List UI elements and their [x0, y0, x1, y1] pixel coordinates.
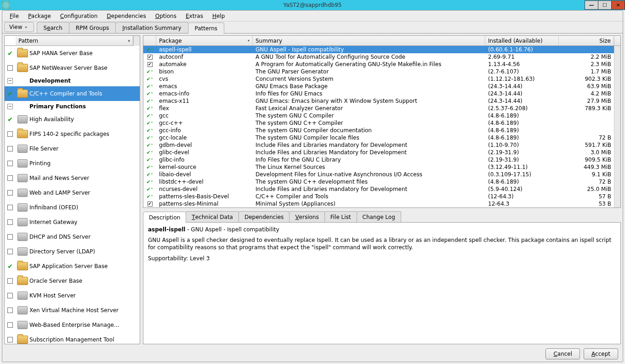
- checkbox-icon[interactable]: [7, 308, 13, 313]
- package-row[interactable]: ✔⁺bisonThe GNU Parser Generator(2.7-6.10…: [143, 68, 614, 75]
- auto-install-icon[interactable]: ✔⁺: [146, 150, 153, 156]
- package-row[interactable]: ✔patterns-sles-MinimalMinimal System (Ap…: [143, 200, 614, 207]
- pattern-item[interactable]: Mail and News Server: [5, 171, 140, 185]
- package-row[interactable]: ✔⁺glibc-develInclude Files and Libraries…: [143, 149, 614, 156]
- col-package[interactable]: Package▾: [156, 36, 253, 45]
- pattern-item[interactable]: ✔SAP HANA Server Base: [5, 46, 140, 61]
- package-row[interactable]: ✔⁺patterns-sles-Basis-DevelC/C++ Compile…: [143, 193, 614, 200]
- pattern-item[interactable]: Infiniband (OFED): [5, 200, 140, 215]
- checkbox-icon[interactable]: [7, 234, 13, 240]
- checkbox-icon[interactable]: [7, 337, 13, 342]
- auto-install-icon[interactable]: ✔⁺: [146, 106, 153, 112]
- pattern-item[interactable]: ✔C/C++ Compiler and Tools: [5, 86, 140, 101]
- pattern-item[interactable]: Internet Gateway: [5, 215, 140, 230]
- package-row[interactable]: ✔⁺kernel-sourceThe Linux Kernel Sources(…: [143, 163, 614, 171]
- detail-tab-file-list[interactable]: File List: [324, 211, 357, 222]
- minimize-button[interactable]: —: [585, 0, 598, 10]
- pattern-item[interactable]: Web-Based Enterprise Manage...: [5, 318, 140, 332]
- checkbox-icon[interactable]: [7, 131, 13, 137]
- auto-install-icon[interactable]: ✔⁺: [146, 128, 153, 134]
- auto-install-icon[interactable]: ✔⁺: [146, 113, 153, 119]
- pattern-item[interactable]: Xen Virtual Machine Host Server: [5, 303, 140, 318]
- tree-collapse-icon[interactable]: −: [7, 104, 13, 109]
- package-scrollbar[interactable]: [614, 46, 620, 207]
- menu-configuration[interactable]: Configuration: [56, 12, 102, 20]
- close-button[interactable]: ✕: [611, 0, 625, 10]
- auto-install-icon[interactable]: ✔⁺: [146, 84, 153, 90]
- auto-install-icon[interactable]: ✔⁺: [146, 142, 153, 148]
- col-size[interactable]: Size: [559, 36, 614, 45]
- package-rows[interactable]: ✔⁺aspell-ispellGNU Aspell - Ispell compa…: [143, 46, 614, 207]
- package-row[interactable]: ✔⁺libstdc++-develThe system GNU C++ deve…: [143, 178, 614, 185]
- package-row[interactable]: ✔⁺aspell-ispellGNU Aspell - Ispell compa…: [143, 46, 614, 53]
- pattern-item[interactable]: Subscription Management Tool: [5, 332, 140, 344]
- detail-tab-dependencies[interactable]: Dependencies: [239, 211, 290, 222]
- package-row[interactable]: ✔automakeA Program for Automatically Gen…: [143, 61, 614, 68]
- checkbox-icon[interactable]: [7, 322, 13, 328]
- auto-install-icon[interactable]: ✔⁺: [146, 120, 153, 126]
- pattern-list[interactable]: ✔SAP HANA Server BaseSAP NetWeaver Serve…: [5, 46, 140, 344]
- detail-tab-versions[interactable]: Versions: [289, 211, 324, 222]
- package-row[interactable]: ✔⁺emacs-infoInfo files for GNU Emacs(24.…: [143, 90, 614, 97]
- tab-installation-summary[interactable]: Installation Summary: [115, 22, 188, 33]
- checkbox-checked-icon[interactable]: ✔: [148, 62, 153, 67]
- auto-install-icon[interactable]: ✔⁺: [146, 47, 153, 53]
- auto-install-icon[interactable]: ✔⁺: [146, 172, 153, 178]
- checkbox-icon[interactable]: [7, 161, 13, 166]
- auto-install-icon[interactable]: ✔⁺: [146, 69, 153, 75]
- cancel-button[interactable]: Cancel: [545, 348, 580, 359]
- package-row[interactable]: ✔⁺ncurses-develInclude Files and Librari…: [143, 185, 614, 193]
- checkbox-icon[interactable]: [7, 219, 13, 225]
- menu-extras[interactable]: Extras: [181, 12, 208, 20]
- checkbox-icon[interactable]: [7, 175, 13, 181]
- checkbox-icon[interactable]: [7, 249, 13, 254]
- detail-tab-technical-data[interactable]: Technical Data: [186, 211, 239, 222]
- package-row[interactable]: ✔⁺gcc-localeThe system GNU Compiler loca…: [143, 134, 614, 141]
- package-row[interactable]: ✔⁺gcc-infoThe system GNU Compiler docume…: [143, 127, 614, 134]
- pattern-item[interactable]: ✔High Availability: [5, 112, 140, 127]
- auto-install-icon[interactable]: ✔⁺: [146, 91, 153, 97]
- checkbox-checked-icon[interactable]: ✔: [148, 202, 153, 207]
- auto-install-icon[interactable]: ✔⁺: [146, 76, 153, 82]
- auto-install-icon[interactable]: ✔⁺: [146, 157, 153, 163]
- checkbox-checked-icon[interactable]: ✔: [148, 55, 153, 60]
- col-status[interactable]: [143, 36, 156, 45]
- pattern-column-header[interactable]: Pattern ▾: [16, 36, 133, 46]
- tree-collapse-icon[interactable]: −: [7, 78, 13, 84]
- checkbox-icon[interactable]: [7, 293, 13, 298]
- pattern-item[interactable]: ✔SAP Application Server Base: [5, 259, 140, 274]
- package-row[interactable]: ✔⁺glibc-infoInfo Files for the GNU C Lib…: [143, 156, 614, 163]
- auto-install-icon[interactable]: ✔⁺: [146, 194, 153, 200]
- pattern-item[interactable]: SAP NetWeaver Server Base: [5, 61, 140, 75]
- menu-file[interactable]: File: [5, 12, 23, 20]
- col-installed[interactable]: Installed (Available): [485, 36, 559, 45]
- package-row[interactable]: ✔⁺emacs-x11GNU Emacs: Emacs binary with …: [143, 97, 614, 105]
- auto-install-icon[interactable]: ✔⁺: [146, 164, 153, 170]
- menu-help[interactable]: Help: [208, 12, 229, 20]
- pattern-item[interactable]: DHCP and DNS Server: [5, 230, 140, 244]
- view-button[interactable]: View: [4, 22, 34, 32]
- menu-options[interactable]: Options: [151, 12, 181, 20]
- pattern-heading[interactable]: −Primary Functions: [5, 101, 140, 112]
- pattern-item[interactable]: File Server: [5, 141, 140, 156]
- checkbox-icon[interactable]: [7, 278, 13, 284]
- package-row[interactable]: ✔⁺libaio-develDevelopment Files for Linu…: [143, 171, 614, 178]
- menu-dependencies[interactable]: Dependencies: [102, 12, 150, 20]
- pattern-item[interactable]: Oracle Server Base: [5, 274, 140, 288]
- auto-install-icon[interactable]: ✔⁺: [146, 135, 153, 141]
- tab-search[interactable]: Search: [37, 22, 69, 33]
- package-row[interactable]: ✔⁺cvsConcurrent Versions System(1.12.12-…: [143, 75, 614, 83]
- checkbox-icon[interactable]: [7, 65, 13, 71]
- detail-tab-change-log[interactable]: Change Log: [357, 211, 401, 222]
- checkbox-icon[interactable]: [7, 146, 13, 151]
- pattern-item[interactable]: Printing: [5, 156, 140, 171]
- maximize-button[interactable]: ☐: [598, 0, 612, 10]
- package-row[interactable]: ✔⁺gcc-c++The system GNU C++ Compiler(4.8…: [143, 119, 614, 127]
- package-row[interactable]: ✔⁺gdbm-develInclude Files and Libraries …: [143, 141, 614, 149]
- checkbox-icon[interactable]: [7, 205, 13, 210]
- package-row[interactable]: ✔⁺emacsGNU Emacs Base Package(24.3-14.44…: [143, 83, 614, 90]
- menu-package[interactable]: Package: [23, 12, 56, 20]
- pattern-item[interactable]: FIPS 140-2 specific packages: [5, 127, 140, 141]
- accept-button[interactable]: Accept: [584, 348, 618, 359]
- checkbox-icon[interactable]: [7, 190, 13, 196]
